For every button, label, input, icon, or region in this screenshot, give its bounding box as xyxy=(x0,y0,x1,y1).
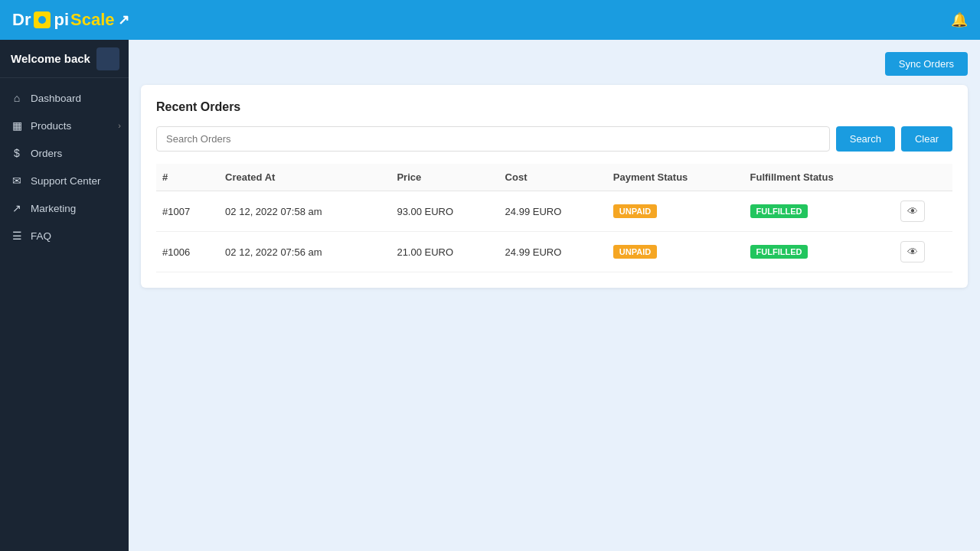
welcome-label: Welcome back xyxy=(11,52,90,65)
logo-icon xyxy=(34,11,51,28)
col-header-fulfillment-status: Fulfillment Status xyxy=(744,164,895,191)
welcome-section: Welcome back xyxy=(0,40,129,78)
view-order-button[interactable]: 👁 xyxy=(900,241,925,262)
orders-table: # Created At Price Cost Payment Status F… xyxy=(156,164,952,272)
sidebar-item-faq[interactable]: ☰ FAQ xyxy=(0,222,129,249)
col-header-payment-status: Payment Status xyxy=(607,164,744,191)
topbar: Dr pi Scale ↗ 🔔 xyxy=(0,0,980,40)
sync-orders-button[interactable]: Sync Orders xyxy=(885,52,968,76)
search-row: Search Clear xyxy=(156,126,952,152)
sidebar-item-label-support: Support Center xyxy=(31,175,101,187)
logo-text-pi: pi xyxy=(54,10,69,30)
table-row: #1007 02 12, 2022 07:58 am 93.00 EURO 24… xyxy=(156,191,952,232)
col-header-cost: Cost xyxy=(499,164,607,191)
products-arrow-icon: › xyxy=(118,121,121,130)
sync-row: Sync Orders xyxy=(141,52,968,76)
col-header-price: Price xyxy=(390,164,498,191)
row-id: #1006 xyxy=(156,232,219,272)
fulfillment-status-badge: FULFILLED xyxy=(750,204,808,218)
main-layout: Welcome back ⌂ Dashboard ▦ Products › $ … xyxy=(0,40,980,551)
logo-text-drop: Dr xyxy=(12,10,31,30)
sidebar-item-label-faq: FAQ xyxy=(31,230,51,242)
sidebar-item-label-dashboard: Dashboard xyxy=(31,93,81,104)
clear-button[interactable]: Clear xyxy=(901,126,952,152)
row-price: 93.00 EURO xyxy=(390,191,498,232)
payment-status-badge: UNPAID xyxy=(613,204,657,218)
sidebar: Welcome back ⌂ Dashboard ▦ Products › $ … xyxy=(0,40,129,551)
search-input[interactable] xyxy=(156,126,830,152)
col-header-actions xyxy=(894,164,952,191)
home-icon: ⌂ xyxy=(11,92,23,104)
sidebar-item-label-products: Products xyxy=(31,120,71,132)
content-area: Sync Orders Recent Orders Search Clear #… xyxy=(129,40,980,551)
table-header: # Created At Price Cost Payment Status F… xyxy=(156,164,952,191)
marketing-icon: ↗ xyxy=(11,202,23,214)
sidebar-item-products[interactable]: ▦ Products › xyxy=(0,112,129,139)
row-cost: 24.99 EURO xyxy=(499,191,607,232)
row-fulfillment-status: FULFILLED xyxy=(744,191,895,232)
orders-card: Recent Orders Search Clear # Created At … xyxy=(141,85,968,288)
row-payment-status: UNPAID xyxy=(607,191,744,232)
logo-arrow-icon: ↗ xyxy=(118,11,129,28)
col-header-created-at: Created At xyxy=(219,164,390,191)
faq-icon: ☰ xyxy=(11,230,23,242)
logo-text-scale: Scale xyxy=(70,10,115,30)
search-button[interactable]: Search xyxy=(836,126,895,152)
fulfillment-status-badge: FULFILLED xyxy=(750,245,808,259)
card-title: Recent Orders xyxy=(156,100,952,114)
payment-status-badge: UNPAID xyxy=(613,245,657,259)
sidebar-item-orders[interactable]: $ Orders xyxy=(0,139,129,167)
sidebar-item-dashboard[interactable]: ⌂ Dashboard xyxy=(0,84,129,112)
row-actions: 👁 xyxy=(894,232,952,272)
sidebar-item-marketing[interactable]: ↗ Marketing xyxy=(0,194,129,222)
logo: Dr pi Scale ↗ xyxy=(12,10,129,30)
products-icon: ▦ xyxy=(11,119,23,132)
row-fulfillment-status: FULFILLED xyxy=(744,232,895,272)
row-created-at: 02 12, 2022 07:58 am xyxy=(219,191,390,232)
row-cost: 24.99 EURO xyxy=(499,232,607,272)
row-created-at: 02 12, 2022 07:56 am xyxy=(219,232,390,272)
sidebar-item-label-orders: Orders xyxy=(31,148,62,159)
table-body: #1007 02 12, 2022 07:58 am 93.00 EURO 24… xyxy=(156,191,952,272)
col-header-id: # xyxy=(156,164,219,191)
sidebar-item-support[interactable]: ✉ Support Center xyxy=(0,167,129,194)
sidebar-nav: ⌂ Dashboard ▦ Products › $ Orders ✉ Supp… xyxy=(0,78,129,256)
bell-icon[interactable]: 🔔 xyxy=(951,11,968,28)
support-icon: ✉ xyxy=(11,174,23,187)
orders-icon: $ xyxy=(11,147,23,159)
sidebar-item-label-marketing: Marketing xyxy=(31,203,76,214)
view-order-button[interactable]: 👁 xyxy=(900,201,925,222)
row-actions: 👁 xyxy=(894,191,952,232)
row-payment-status: UNPAID xyxy=(607,232,744,272)
row-price: 21.00 EURO xyxy=(390,232,498,272)
table-row: #1006 02 12, 2022 07:56 am 21.00 EURO 24… xyxy=(156,232,952,272)
row-id: #1007 xyxy=(156,191,219,232)
